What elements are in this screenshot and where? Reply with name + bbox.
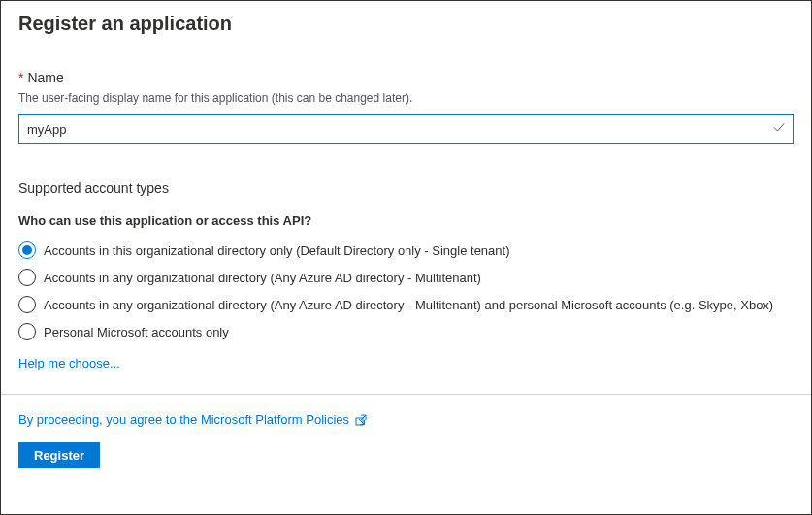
register-button[interactable]: Register [18, 442, 100, 468]
external-link-icon [355, 414, 367, 426]
radio-label: Accounts in any organizational directory… [44, 271, 481, 285]
radio-label: Accounts in this organizational director… [44, 243, 510, 258]
radio-option-multitenant[interactable]: Accounts in any organizational directory… [18, 269, 794, 286]
radio-option-single-tenant[interactable]: Accounts in this organizational director… [18, 241, 794, 259]
radio-label: Accounts in any organizational directory… [44, 298, 773, 312]
radio-option-personal-only[interactable]: Personal Microsoft accounts only [18, 323, 794, 340]
radio-icon [18, 269, 36, 286]
radio-icon [18, 296, 36, 313]
name-label: * Name [18, 70, 794, 85]
policy-link-text: By proceeding, you agree to the Microsof… [18, 412, 349, 427]
radio-option-multitenant-personal[interactable]: Accounts in any organizational directory… [18, 296, 794, 313]
name-input[interactable] [18, 114, 794, 144]
radio-icon [18, 241, 36, 259]
page-title: Register an application [18, 13, 794, 35]
platform-policies-link[interactable]: By proceeding, you agree to the Microsof… [18, 412, 367, 427]
register-app-page: Register an application * Name The user-… [0, 0, 812, 515]
name-input-wrapper [18, 114, 794, 144]
account-types-radio-group: Accounts in this organizational director… [18, 241, 794, 340]
divider [1, 394, 811, 395]
name-label-text: Name [27, 70, 63, 85]
required-asterisk-icon: * [18, 70, 23, 85]
account-types-subtitle: Who can use this application or access t… [18, 213, 794, 228]
radio-icon [18, 323, 36, 340]
radio-label: Personal Microsoft accounts only [44, 325, 229, 339]
account-types-title: Supported account types [18, 180, 794, 196]
help-me-choose-link[interactable]: Help me choose... [18, 356, 120, 370]
name-hint: The user-facing display name for this ap… [18, 91, 794, 105]
